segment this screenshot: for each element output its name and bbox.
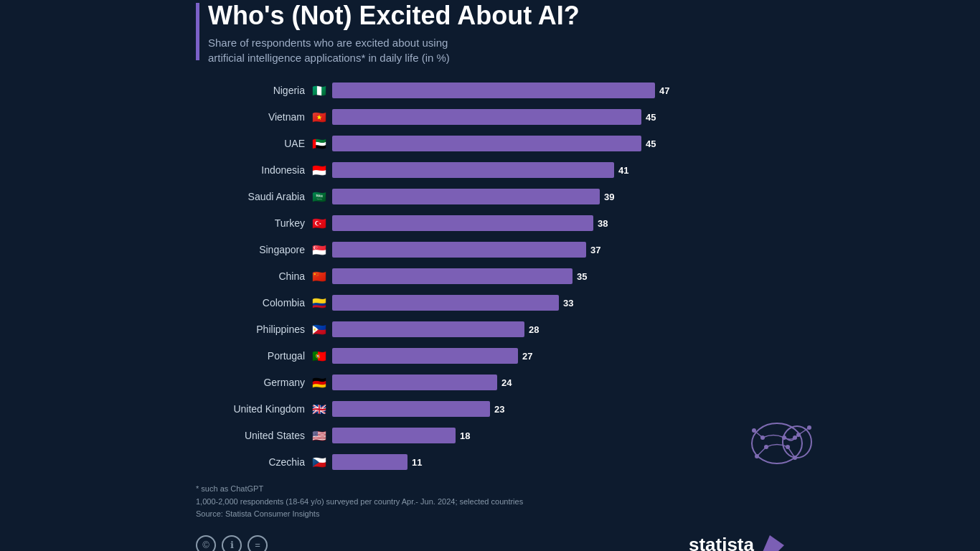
bar-value: 23 [494, 404, 504, 415]
bar [332, 136, 641, 151]
bar-wrapper: 37 [332, 242, 784, 258]
flag-icon: 🇨🇳 [311, 270, 328, 283]
bar [332, 454, 407, 470]
bar-wrapper: 45 [332, 109, 784, 125]
bar-row: Saudi Arabia🇸🇦39 [196, 186, 784, 207]
bar-row: Germany🇩🇪24 [196, 372, 784, 393]
bar [332, 189, 600, 204]
bar-value: 28 [529, 324, 539, 335]
title-accent-bar [196, 3, 199, 60]
bar-wrapper: 45 [332, 136, 784, 151]
svg-point-8 [793, 435, 797, 440]
bar-value: 18 [460, 430, 470, 441]
bar-value: 38 [598, 218, 608, 229]
svg-point-4 [782, 435, 786, 440]
bar-row: Portugal🇵🇹27 [196, 345, 784, 367]
title-section: Who's (Not) Excited About AI? Share of r… [196, 0, 784, 65]
bar-value: 47 [659, 85, 669, 96]
bar-row: United Kingdom🇬🇧23 [196, 398, 784, 420]
bar-row: Turkey🇹🇷38 [196, 212, 784, 234]
by-icon: ℹ [222, 535, 242, 551]
footnote-3: Source: Statista Consumer Insights [196, 508, 784, 521]
country-label: Czechia [196, 456, 311, 468]
svg-point-16 [755, 454, 759, 458]
bar [332, 215, 593, 231]
bar-value: 39 [604, 192, 614, 202]
bar-wrapper: 35 [332, 268, 784, 284]
bar-value: 45 [646, 112, 656, 123]
flag-icon: 🇻🇳 [311, 110, 328, 124]
bar-row: UAE🇦🇪45 [196, 133, 784, 154]
bar-wrapper: 47 [332, 83, 784, 98]
bar-wrapper: 33 [332, 295, 784, 311]
bar [332, 83, 655, 98]
flag-icon: 🇺🇸 [311, 429, 328, 443]
footnotes: * such as ChatGPT 1,000-2,000 respondent… [196, 483, 784, 521]
country-label: Portugal [196, 350, 311, 362]
bar [332, 428, 456, 443]
bar-row: China🇨🇳35 [196, 265, 784, 287]
country-label: UAE [196, 138, 311, 149]
flag-icon: 🇩🇪 [311, 376, 328, 390]
flag-icon: 🇹🇷 [311, 217, 328, 230]
bar-value: 37 [590, 245, 600, 255]
bar [332, 268, 573, 284]
country-label: China [196, 270, 311, 282]
bar-wrapper: 41 [332, 162, 784, 178]
country-label: Colombia [196, 297, 311, 309]
bar-row: Indonesia🇮🇩41 [196, 159, 784, 181]
bar-wrapper: 11 [332, 454, 784, 470]
bar-value: 41 [618, 165, 628, 176]
bar-value: 24 [501, 377, 512, 388]
flag-icon: 🇨🇴 [311, 296, 328, 310]
bar-wrapper: 23 [332, 401, 784, 417]
bar [332, 295, 559, 311]
bar-wrapper: 24 [332, 375, 784, 390]
country-label: Vietnam [196, 111, 311, 123]
bar-wrapper: 28 [332, 321, 784, 337]
footnote-1: * such as ChatGPT [196, 483, 784, 496]
bar [332, 162, 614, 178]
bar-row: Vietnam🇻🇳45 [196, 106, 784, 128]
chart-subtitle: Share of respondents who are excited abo… [208, 35, 580, 65]
svg-point-12 [807, 425, 811, 430]
bar-row: Colombia🇨🇴33 [196, 292, 784, 314]
svg-point-10 [752, 428, 756, 433]
bottom-row: © ℹ = statista [196, 532, 784, 551]
flag-icon: 🇸🇦 [311, 190, 328, 204]
bar-value: 35 [577, 271, 587, 282]
country-label: United States [196, 430, 311, 441]
flag-icon: 🇦🇪 [311, 137, 328, 151]
bar-value: 27 [522, 351, 532, 362]
country-label: Singapore [196, 244, 311, 255]
statista-logo: statista [689, 532, 784, 551]
bar [332, 375, 497, 390]
statista-logo-icon [758, 532, 784, 551]
bar-value: 11 [412, 457, 422, 468]
brain-illustration [741, 408, 827, 479]
bar-row: Nigeria🇳🇬47 [196, 80, 784, 101]
bar-row: United States🇺🇸18 [196, 425, 784, 446]
bar-row: Czechia🇨🇿11 [196, 451, 784, 473]
bar-wrapper: 27 [332, 348, 784, 364]
bar-wrapper: 39 [332, 189, 784, 204]
bar-wrapper: 38 [332, 215, 784, 231]
cc-icon: © [196, 535, 216, 551]
country-label: Germany [196, 377, 311, 388]
nd-icon: = [248, 535, 268, 551]
footnote-2: 1,000-2,000 respondents (18-64 y/o) surv… [196, 496, 784, 509]
flag-icon: 🇨🇿 [311, 456, 328, 469]
bar [332, 109, 641, 125]
country-label: Turkey [196, 217, 311, 229]
svg-marker-0 [761, 535, 784, 551]
flag-icon: 🇳🇬 [311, 84, 328, 98]
country-label: United Kingdom [196, 403, 311, 415]
bar-value: 33 [563, 298, 573, 309]
bar-row: Philippines🇵🇭28 [196, 319, 784, 340]
flag-icon: 🇵🇹 [311, 349, 328, 363]
bar [332, 348, 518, 364]
flag-icon: 🇮🇩 [311, 164, 328, 177]
flag-icon: 🇬🇧 [311, 402, 328, 416]
chart-title: Who's (Not) Excited About AI? [208, 0, 580, 31]
flag-icon: 🇵🇭 [311, 323, 328, 336]
